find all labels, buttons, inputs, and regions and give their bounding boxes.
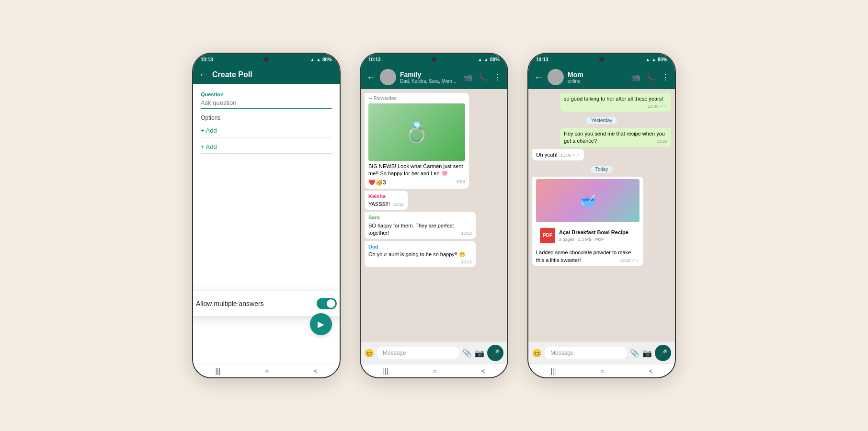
- nav-back-icon-2[interactable]: <: [481, 367, 485, 375]
- toggle-switch[interactable]: [317, 298, 337, 309]
- sara-text: SO happy for them. They are perfect toge…: [368, 223, 454, 236]
- pdf-time: 10:12: [620, 258, 640, 264]
- mom-chat-name: Mom: [568, 71, 627, 79]
- nav-menu-icon-2[interactable]: |||: [383, 367, 388, 375]
- question-input[interactable]: [201, 99, 332, 109]
- battery-icon-2: 80%: [490, 57, 500, 62]
- sender-sara: Sara: [368, 214, 472, 221]
- camera-notch-3: [599, 57, 604, 62]
- signal-icon-3: ▲: [645, 57, 650, 62]
- family-header-info: Family Dad, Keisha, Sara, Mom...: [400, 71, 459, 84]
- poll-header: ← Create Poll: [193, 65, 340, 84]
- sent-time-2: 10:26: [656, 138, 667, 145]
- more-icon-mom[interactable]: ⋮: [662, 73, 669, 82]
- mom-input-bar: 😊 Message 📎 📷 🎤: [528, 342, 675, 364]
- food-image: 🥣: [536, 179, 640, 222]
- add-option-2[interactable]: + Add: [201, 143, 332, 154]
- mom-header-info: Mom online: [568, 71, 627, 84]
- back-button-poll[interactable]: ←: [199, 69, 208, 80]
- yesterday-label: Yesterday: [586, 117, 617, 124]
- call-icon[interactable]: 📞: [479, 73, 488, 82]
- wifi-icon: ▲: [316, 57, 321, 62]
- more-icon[interactable]: ⋮: [494, 73, 502, 82]
- mom-avatar: [548, 69, 564, 85]
- nav-bar-2: ||| ○ <: [361, 364, 507, 377]
- options-label: Options: [201, 114, 332, 121]
- status-icons-3: ▲ ▲ 80%: [645, 57, 667, 62]
- time-1: 10:13: [201, 57, 213, 62]
- time-2: 10:13: [368, 57, 381, 62]
- ohyeah-time: 11:05: [560, 152, 580, 159]
- msg-row-sara: Sara SO happy for them. They are perfect…: [365, 212, 503, 238]
- bubble-dad: Dad Oh your aunt is going to be so happy…: [365, 241, 476, 267]
- reactions: ❤️🥳3: [368, 179, 465, 187]
- mic-button[interactable]: 🎤: [487, 345, 503, 361]
- pdf-card: PDF Açaí Breakfast Bowl Recipe 2 pages ·…: [536, 224, 640, 247]
- mom-chat-sub: online: [568, 79, 627, 84]
- back-button-family[interactable]: ←: [366, 72, 376, 83]
- options-section: Options: [201, 114, 332, 121]
- add-option-1[interactable]: + Add: [201, 127, 332, 137]
- wifi-icon-3: ▲: [651, 57, 656, 62]
- ring-image: 💍: [368, 103, 465, 161]
- keisha-time: 10:12: [393, 202, 404, 208]
- nav-bar-3: ||| ○ <: [528, 364, 675, 377]
- mom-header-icons: 📹 📞 ⋮: [631, 73, 669, 82]
- bubble-pdf: 🥣 PDF Açaí Breakfast Bowl Recipe 2 pages…: [532, 177, 643, 266]
- poll-body: Question Options + Add + Add Allow multi…: [193, 84, 340, 364]
- pdf-title: Açaí Breakfast Bowl Recipe: [559, 229, 628, 236]
- toggle-label: Allow multiple answers: [196, 300, 264, 307]
- question-label: Question: [201, 91, 332, 97]
- forward-text: Forwarded: [374, 95, 397, 102]
- family-header-icons: 📹 📞 ⋮: [463, 73, 502, 82]
- sender-dad: Dad: [368, 243, 472, 250]
- mic-button-mom[interactable]: 🎤: [655, 345, 671, 361]
- msg-row-pdf: 🥣 PDF Açaí Breakfast Bowl Recipe 2 pages…: [532, 177, 671, 266]
- camera-icon[interactable]: 📷: [475, 349, 484, 358]
- pdf-text: I added some chocolate powder to make th…: [536, 250, 631, 262]
- call-icon-mom[interactable]: 📞: [646, 73, 656, 82]
- nav-home-icon-2[interactable]: ○: [433, 367, 436, 375]
- poll-title: Create Poll: [212, 70, 334, 79]
- nav-bar-1: ||| ○ <: [193, 364, 340, 377]
- forwarded-time: 9:59: [457, 179, 465, 185]
- family-header: ← Family Dad, Keisha, Sara, Mom... 📹 📞 ⋮: [361, 65, 507, 89]
- nav-menu-icon[interactable]: |||: [215, 367, 220, 375]
- mom-message-input[interactable]: Message: [545, 347, 627, 359]
- family-message-input[interactable]: Message: [377, 347, 459, 359]
- nav-back-icon-3[interactable]: <: [649, 367, 652, 375]
- pdf-info: Açaí Breakfast Bowl Recipe 2 pages · 1.2…: [559, 229, 628, 242]
- nav-home-icon[interactable]: ○: [265, 367, 269, 375]
- keisha-text: YASSS!!!: [368, 201, 390, 207]
- family-avatar: [380, 69, 396, 85]
- bubble-ohyeah: Oh yeah! 11:05: [532, 149, 584, 160]
- emoji-icon-mom[interactable]: 😊: [532, 349, 542, 358]
- nav-back-icon[interactable]: <: [313, 367, 317, 375]
- video-call-icon-mom[interactable]: 📹: [631, 73, 640, 82]
- send-fab[interactable]: ▶: [310, 313, 332, 335]
- attach-icon-mom[interactable]: 📎: [630, 349, 640, 358]
- send-icon: ▶: [318, 319, 324, 329]
- msg-row-keisha: Keisha YASSS!!! 10:12: [365, 191, 503, 210]
- dad-time: 10:12: [461, 259, 472, 265]
- status-bar-1: 10:13 ▲ ▲ 80%: [193, 54, 340, 65]
- family-chat-name: Family: [400, 71, 459, 79]
- attach-icon[interactable]: 📎: [462, 349, 472, 358]
- msg-row-dad: Dad Oh your aunt is going to be so happy…: [365, 241, 503, 267]
- bubble-sent-2: Hey can you send me that recipe when you…: [560, 128, 671, 147]
- pdf-size: 1.2 MB · PDF: [578, 237, 604, 242]
- nav-menu-icon-3[interactable]: |||: [550, 367, 556, 375]
- pdf-meta: 2 pages · 1.2 MB · PDF: [559, 237, 628, 243]
- emoji-icon[interactable]: 😊: [365, 349, 374, 358]
- mom-header: ← Mom online 📹 📞 ⋮: [528, 65, 675, 89]
- nav-home-icon-3[interactable]: ○: [600, 367, 604, 375]
- forwarded-text: BIG NEWS! Look what Carmen just sent me!…: [368, 163, 465, 178]
- battery-icon-3: 80%: [658, 57, 667, 62]
- phone-family-chat: 10:13 ▲ ▲ 80% ← Family Dad, Keisha, Sara…: [360, 53, 508, 378]
- time-3: 10:13: [536, 57, 548, 62]
- status-icons-1: ▲ ▲ 80%: [310, 57, 332, 62]
- back-button-mom[interactable]: ←: [534, 72, 544, 83]
- camera-icon-mom[interactable]: 📷: [642, 349, 652, 358]
- sender-keisha: Keisha: [368, 193, 404, 200]
- video-call-icon[interactable]: 📹: [463, 73, 473, 82]
